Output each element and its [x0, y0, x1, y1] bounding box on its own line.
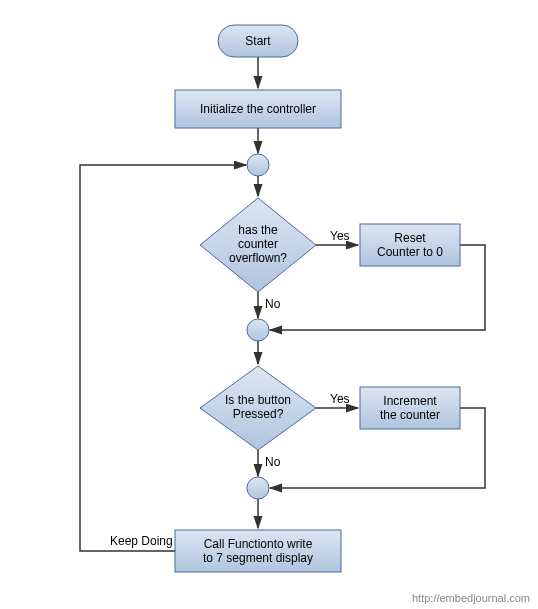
d1-no-label: No — [265, 297, 281, 311]
d1-label-2: counter — [238, 237, 278, 251]
write-label-1: Call Functionto write — [204, 537, 313, 551]
keep-doing-label: Keep Doing — [110, 534, 173, 548]
start-label: Start — [245, 34, 271, 48]
d2-yes-label: Yes — [330, 392, 350, 406]
connector-c1 — [247, 154, 269, 176]
connector-c3 — [247, 477, 269, 499]
reset-label-1: Reset — [394, 231, 426, 245]
d2-label-1: Is the button — [225, 393, 291, 407]
d1-label-3: overflown? — [229, 251, 287, 265]
reset-label-2: Counter to 0 — [377, 245, 443, 259]
inc-label-2: the counter — [380, 408, 440, 422]
edge-write-c1 — [80, 165, 246, 551]
connector-c2 — [247, 319, 269, 341]
d2-label-2: Pressed? — [233, 407, 284, 421]
init-label: Initialize the controller — [200, 102, 316, 116]
d1-label-1: has the — [238, 223, 278, 237]
inc-label-1: Increment — [383, 394, 437, 408]
watermark-text: http://embedjournal.com — [412, 592, 530, 604]
d1-yes-label: Yes — [330, 229, 350, 243]
write-label-2: to 7 segment display — [203, 551, 313, 565]
d2-no-label: No — [265, 455, 281, 469]
